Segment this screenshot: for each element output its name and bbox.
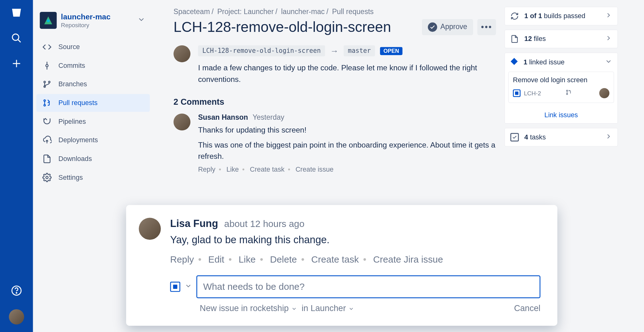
create-task-link[interactable]: Create task [311, 254, 359, 265]
author-avatar [174, 45, 191, 62]
source-branch[interactable]: LCH-128-remove-old-login-screen [198, 45, 325, 56]
file-icon [510, 34, 519, 44]
sidebar-item-label: Downloads [58, 155, 92, 163]
chevron-right-icon [605, 133, 612, 142]
linked-issue-header[interactable]: 1 linked issue [505, 53, 617, 72]
breadcrumb: Spaceteam/ Project: Launcher/ launcher-m… [174, 8, 496, 16]
sidebar-item-label: Branches [58, 80, 87, 88]
breadcrumb-item[interactable]: Project: Launcher [217, 8, 274, 16]
sidebar-item-downloads[interactable]: Downloads [37, 150, 150, 168]
linked-issue-title: Remove old login screen [513, 76, 609, 84]
comment-time: Yesterday [253, 113, 285, 122]
tasks-icon [510, 133, 519, 142]
comment-author[interactable]: Susan Hanson [198, 113, 248, 122]
svg-point-16 [46, 176, 48, 179]
create-issue-link[interactable]: Create issue [295, 166, 334, 173]
sidebar-item-settings[interactable]: Settings [37, 169, 150, 186]
sidebar-item-commits[interactable]: Commits [37, 57, 150, 75]
svg-point-17 [567, 90, 568, 91]
files-card[interactable]: 12 files [504, 30, 618, 48]
comment-avatar [139, 218, 161, 239]
issue-type-icon[interactable] [170, 282, 181, 292]
breadcrumb-item[interactable]: Spaceteam [174, 8, 210, 16]
delete-link[interactable]: Delete [270, 254, 297, 265]
target-branch[interactable]: master [344, 45, 375, 56]
repo-logo-icon [40, 12, 57, 29]
svg-point-7 [46, 64, 48, 67]
svg-point-10 [44, 81, 45, 83]
comment-body: Yay, glad to be making this change. [170, 234, 541, 246]
chevron-down-icon[interactable] [185, 282, 192, 291]
breadcrumb-item[interactable]: launcher-mac [281, 8, 325, 16]
help-icon[interactable] [10, 284, 23, 297]
repo-switcher[interactable]: launcher-mac Repository [37, 7, 150, 38]
breadcrumb-item[interactable]: Pull requests [332, 8, 374, 16]
edit-link[interactable]: Edit [208, 254, 224, 265]
chevron-right-icon [605, 12, 612, 21]
profile-avatar[interactable] [9, 309, 24, 324]
comment-time: about 12 hours ago [224, 219, 305, 229]
project-picker[interactable]: New issue in rocketship [200, 303, 297, 313]
pull-request-icon [566, 89, 572, 98]
linked-issue-key: LCH-2 [524, 90, 541, 97]
approve-label: Approve [440, 23, 467, 31]
sidebar-item-label: Pipelines [58, 118, 86, 125]
issue-type-icon [513, 89, 520, 97]
comment-body: This was one of the biggest pain point i… [198, 139, 496, 162]
svg-point-14 [44, 104, 45, 106]
cancel-button[interactable]: Cancel [514, 303, 540, 313]
create-task-link[interactable]: Create task [250, 166, 285, 173]
sidebar-item-source[interactable]: Source [37, 38, 150, 56]
reply-link[interactable]: Reply [170, 254, 194, 265]
repo-name: launcher-mac [61, 13, 111, 21]
svg-point-6 [47, 19, 50, 22]
approve-button[interactable]: Approve [422, 19, 473, 35]
svg-point-18 [567, 93, 568, 95]
like-link[interactable]: Like [239, 254, 256, 265]
comment: Susan Hanson Yesterday Thanks for updati… [174, 113, 496, 173]
sidebar-item-pipelines[interactable]: Pipelines [37, 113, 150, 130]
chevron-down-icon [605, 58, 612, 67]
builds-label: builds passed [542, 12, 585, 19]
refresh-icon [510, 12, 519, 21]
svg-point-11 [48, 81, 50, 83]
comments-heading: 2 Comments [174, 97, 496, 107]
create-issue-popover: Lisa Fung about 12 hours ago Yay, glad t… [126, 205, 557, 326]
svg-point-0 [12, 34, 19, 41]
repo-type-label: Repository [61, 21, 111, 28]
linked-issue-item[interactable]: Remove old login screen LCH-2 [508, 72, 614, 103]
sidebar-item-branches[interactable]: Branches [37, 75, 150, 93]
sidebar-item-deployments[interactable]: Deployments [37, 131, 150, 149]
builds-count: 1 of 1 [524, 12, 542, 19]
comment-author[interactable]: Lisa Fung [170, 218, 218, 229]
sidebar-item-label: Settings [58, 174, 83, 181]
create-jira-issue-link[interactable]: Create Jira issue [373, 254, 443, 265]
linked-label: linked issue [527, 58, 564, 66]
board-picker[interactable]: in Launcher [302, 303, 354, 313]
sidebar-item-pull-requests[interactable]: Pull requests [37, 94, 150, 112]
link-issues-button[interactable]: Link issues [505, 107, 617, 123]
tasks-label: tasks [528, 133, 546, 141]
chevron-right-icon [605, 34, 612, 44]
sidebar-item-label: Commits [58, 62, 85, 69]
tasks-count: 4 [524, 133, 528, 141]
builds-card[interactable]: 1 of 1 builds passed [504, 7, 618, 26]
more-button[interactable]: ••• [477, 19, 496, 35]
tasks-card[interactable]: 4 tasks [504, 128, 618, 147]
jira-icon [510, 57, 518, 68]
bitbucket-logo-icon[interactable] [10, 6, 23, 19]
sidebar-item-label: Deployments [58, 136, 98, 144]
issue-summary-input[interactable] [196, 275, 541, 298]
status-badge: OPEN [380, 47, 403, 55]
svg-line-1 [18, 39, 21, 42]
plus-icon[interactable] [10, 57, 23, 70]
linked-count: 1 [523, 58, 527, 66]
search-icon[interactable] [10, 31, 23, 45]
like-link[interactable]: Like [226, 166, 239, 173]
files-count: 12 [524, 35, 532, 42]
sidebar-item-label: Source [58, 43, 80, 51]
reply-link[interactable]: Reply [198, 166, 215, 173]
comment-body: Thanks for updating this screen! [198, 124, 496, 136]
pr-description: I made a few changes to tidy up the code… [198, 62, 496, 85]
comment-avatar [174, 113, 191, 130]
